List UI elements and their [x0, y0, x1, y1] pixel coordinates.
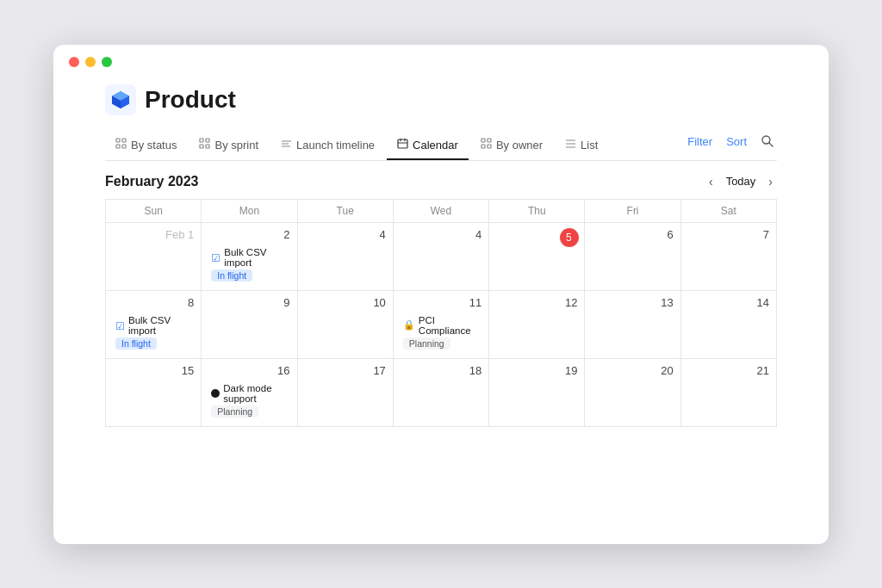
day-header-mon: Mon [202, 199, 297, 222]
day-cell-w0d2[interactable]: 4 [297, 222, 393, 290]
expand-dot[interactable] [102, 57, 112, 67]
day-number: Feb 1 [111, 228, 196, 241]
calendar-icon [397, 138, 408, 152]
event-badge: In flight [211, 269, 252, 282]
day-number: 9 [207, 296, 291, 309]
svg-rect-16 [481, 139, 485, 142]
day-cell-w0d1[interactable]: 2☑Bulk CSV importIn flight [202, 222, 297, 290]
day-cell-w0d6[interactable]: 7 [680, 222, 776, 290]
day-cell-w1d2[interactable]: 10 [297, 290, 393, 358]
day-header-thu: Thu [489, 199, 585, 222]
event-badge: Planning [211, 405, 258, 418]
filter-button[interactable]: Filter [684, 132, 716, 152]
day-number: 15 [111, 364, 196, 377]
calendar-area: February 2023 ‹ Today › Sun Mon Tue Wed … [53, 161, 829, 444]
minimize-dot[interactable] [85, 57, 96, 67]
day-cell-w2d0[interactable]: 15 [106, 358, 202, 426]
day-header-wed: Wed [393, 199, 488, 222]
event-card[interactable]: ☑Bulk CSV importIn flight [111, 313, 196, 352]
day-number: 19 [494, 364, 579, 377]
nav-label-list: List [581, 139, 598, 152]
svg-line-24 [769, 143, 773, 146]
svg-rect-4 [122, 145, 126, 148]
event-title: 🔒PCI Compliance [403, 315, 479, 336]
svg-rect-19 [488, 145, 491, 148]
day-number: 20 [590, 364, 674, 377]
svg-rect-6 [206, 139, 209, 142]
calendar-days-header: Sun Mon Tue Wed Thu Fri Sat [106, 199, 777, 222]
day-cell-w0d4[interactable]: 5 [489, 222, 585, 290]
day-cell-w2d5[interactable]: 20 [585, 358, 680, 426]
grid3-icon [481, 138, 492, 152]
day-number: 8 [111, 296, 196, 309]
day-cell-w1d5[interactable]: 13 [585, 290, 680, 358]
day-cell-w2d4[interactable]: 19 [489, 358, 585, 426]
check-icon: ☑ [115, 320, 125, 331]
day-cell-w1d3[interactable]: 11🔒PCI CompliancePlanning [393, 290, 488, 358]
calendar-today-button[interactable]: Today [721, 173, 761, 189]
header-area: Product By status By sprint [53, 76, 829, 161]
calendar-header: February 2023 ‹ Today › [105, 161, 777, 199]
nav-item-launch-timeline[interactable]: Launch timeline [270, 131, 385, 160]
day-cell-w0d3[interactable]: 4 [393, 222, 488, 290]
day-number: 17 [303, 364, 388, 377]
day-number: 2 [207, 228, 291, 241]
svg-rect-5 [200, 139, 203, 142]
day-cell-w1d6[interactable]: 14 [680, 290, 776, 358]
calendar-week-0: Feb 12☑Bulk CSV importIn flight44567 [106, 222, 777, 290]
event-card[interactable]: 🔒PCI CompliancePlanning [399, 313, 483, 352]
day-number: 11 [399, 296, 483, 309]
calendar-nav: ‹ Today › [705, 173, 777, 190]
day-cell-w2d1[interactable]: 16Dark mode supportPlanning [202, 358, 297, 426]
product-heading: Product [145, 86, 236, 114]
close-dot[interactable] [69, 57, 79, 67]
sort-button[interactable]: Sort [723, 132, 750, 152]
nav-item-by-sprint[interactable]: By sprint [189, 131, 269, 160]
calendar-next-button[interactable]: › [764, 173, 777, 190]
day-header-sat: Sat [680, 199, 776, 222]
day-cell-w2d3[interactable]: 18 [393, 358, 488, 426]
svg-rect-8 [206, 145, 209, 148]
search-button[interactable] [757, 131, 777, 153]
day-number: 18 [399, 364, 483, 377]
nav-actions: Filter Sort [684, 131, 777, 160]
nav-item-calendar[interactable]: Calendar [387, 131, 469, 160]
event-badge: Planning [403, 337, 450, 350]
calendar-prev-button[interactable]: ‹ [705, 173, 717, 190]
day-cell-w1d4[interactable]: 12 [489, 290, 585, 358]
day-number: 7 [686, 228, 771, 241]
nav-label-calendar: Calendar [413, 139, 458, 152]
day-cell-w2d6[interactable]: 21 [680, 358, 776, 426]
svg-rect-12 [398, 139, 407, 148]
day-number: 12 [494, 296, 579, 309]
nav-item-list[interactable]: List [555, 131, 608, 160]
day-cell-w0d5[interactable]: 6 [585, 222, 680, 290]
event-title-text: Dark mode support [223, 383, 287, 404]
event-card[interactable]: Dark mode supportPlanning [207, 381, 291, 420]
event-title-text: Bulk CSV import [224, 247, 287, 268]
day-cell-w2d2[interactable]: 17 [297, 358, 393, 426]
nav-label-by-status: By status [131, 139, 177, 152]
day-number: 4 [303, 228, 388, 241]
day-header-fri: Fri [585, 199, 680, 222]
product-title-row: Product [105, 84, 777, 115]
event-title-text: PCI Compliance [419, 315, 479, 336]
svg-rect-18 [481, 145, 485, 148]
event-title: Dark mode support [211, 383, 287, 404]
day-number: 13 [590, 296, 674, 309]
day-number: 10 [303, 296, 388, 309]
day-number: 6 [590, 228, 674, 241]
day-cell-w0d0[interactable]: Feb 1 [106, 222, 202, 290]
calendar-week-2: 1516Dark mode supportPlanning1718192021 [106, 358, 777, 426]
grid2-icon [199, 138, 210, 152]
titlebar [53, 45, 829, 76]
calendar-week-1: 8☑Bulk CSV importIn flight91011🔒PCI Comp… [106, 290, 777, 358]
day-cell-w1d1[interactable]: 9 [202, 290, 297, 358]
day-cell-w1d0[interactable]: 8☑Bulk CSV importIn flight [106, 290, 202, 358]
event-card[interactable]: ☑Bulk CSV importIn flight [207, 244, 291, 284]
nav-item-by-owner[interactable]: By owner [470, 131, 553, 160]
nav-item-by-status[interactable]: By status [105, 131, 187, 160]
event-badge: In flight [115, 337, 157, 350]
day-number: 4 [399, 228, 483, 241]
svg-rect-7 [200, 145, 203, 148]
